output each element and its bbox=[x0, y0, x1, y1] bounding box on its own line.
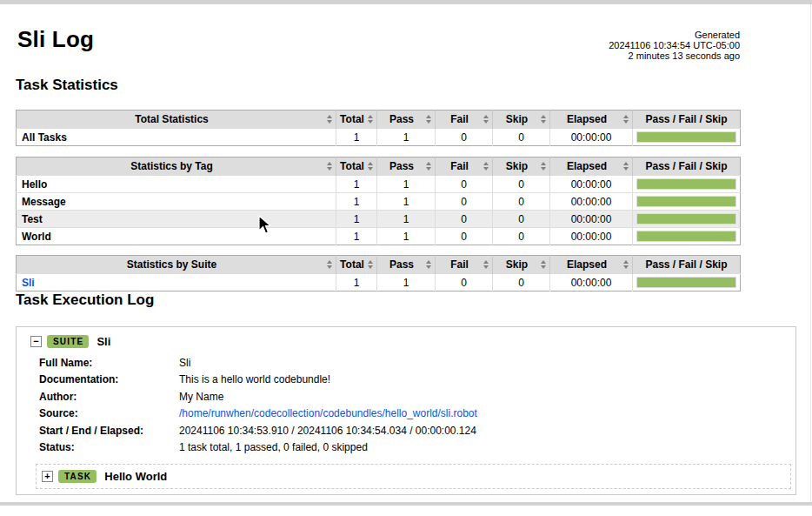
stats-name-cell: Sli bbox=[17, 274, 336, 292]
metadata-row: Status: 1 task total, 1 passed, 0 failed… bbox=[39, 439, 477, 457]
stats-name-cell: World bbox=[17, 228, 336, 245]
column-header-skip[interactable]: Skip bbox=[493, 157, 550, 176]
pass-bar bbox=[637, 231, 735, 241]
suite-link[interactable]: Sli bbox=[22, 277, 35, 289]
field-label: Full Name: bbox=[39, 354, 179, 372]
total-cell: 1 bbox=[336, 129, 377, 146]
pass-bar bbox=[637, 214, 735, 224]
task-element: + TASK Hello World bbox=[36, 464, 791, 489]
suite-metadata: Full Name: Sli Documentation: This is a … bbox=[39, 354, 477, 456]
elapsed-cell: 00:00:00 bbox=[550, 193, 633, 211]
stats-name-cell: Message bbox=[17, 193, 336, 211]
column-header-total[interactable]: Total bbox=[336, 111, 377, 129]
task-execution-log-heading: Task Execution Log bbox=[16, 292, 812, 309]
pass-cell: 1 bbox=[377, 274, 436, 292]
column-header-fail[interactable]: Fail bbox=[436, 157, 493, 176]
elapsed-cell: 00:00:00 bbox=[550, 176, 633, 193]
field-value: My Name bbox=[179, 388, 477, 405]
sort-icon[interactable] bbox=[623, 260, 629, 269]
column-header-elapsed[interactable]: Elapsed bbox=[550, 256, 633, 274]
column-header-elapsed[interactable]: Elapsed bbox=[550, 157, 633, 176]
skip-cell: 0 bbox=[493, 274, 550, 292]
stats-row-tag-test: Test 1 1 0 0 00:00:00 bbox=[17, 211, 741, 228]
graph-cell bbox=[633, 274, 741, 292]
field-value: /home/runwhen/codecollection/codebundles… bbox=[179, 405, 477, 423]
sort-icon[interactable] bbox=[483, 162, 489, 171]
skip-cell: 0 bbox=[493, 129, 550, 146]
sort-icon[interactable] bbox=[623, 162, 629, 171]
column-header-title[interactable]: Statistics by Tag bbox=[17, 157, 336, 176]
sort-icon[interactable] bbox=[541, 260, 546, 269]
column-header-graph: Pass / Fail / Skip bbox=[633, 256, 741, 274]
collapse-toggle-icon[interactable]: − bbox=[30, 336, 42, 347]
suite-badge: SUITE bbox=[47, 335, 89, 348]
pass-cell: 1 bbox=[377, 129, 436, 146]
sort-icon[interactable] bbox=[426, 162, 431, 171]
column-header-skip[interactable]: Skip bbox=[493, 256, 550, 274]
suite-header: − SUITE Sli bbox=[30, 335, 790, 348]
pass-cell: 1 bbox=[377, 211, 436, 228]
column-header-pass[interactable]: Pass bbox=[377, 256, 436, 274]
column-header-skip[interactable]: Skip bbox=[493, 111, 550, 129]
metadata-row: Full Name: Sli bbox=[39, 354, 477, 372]
total-cell: 1 bbox=[336, 228, 377, 245]
sort-icon[interactable] bbox=[368, 162, 373, 171]
window-bottom-edge bbox=[0, 502, 812, 506]
column-header-fail[interactable]: Fail bbox=[436, 256, 493, 274]
metadata-row: Start / End / Elapsed: 20241106 10:34:53… bbox=[39, 422, 477, 439]
field-label: Status: bbox=[39, 439, 179, 457]
fail-cell: 0 bbox=[436, 129, 493, 146]
column-header-elapsed[interactable]: Elapsed bbox=[550, 111, 633, 129]
skip-cell: 0 bbox=[493, 228, 550, 245]
field-value: 20241106 10:34:53.910 / 20241106 10:34:5… bbox=[179, 422, 477, 439]
fail-cell: 0 bbox=[436, 176, 493, 193]
table-title: Statistics by Tag bbox=[130, 160, 212, 172]
generated-info: Generated 20241106 10:34:54 UTC-05:00 2 … bbox=[609, 30, 740, 61]
sort-icon[interactable] bbox=[541, 115, 546, 124]
generated-label: Generated bbox=[609, 30, 740, 40]
column-header-fail[interactable]: Fail bbox=[436, 111, 493, 129]
task-name[interactable]: Hello World bbox=[104, 470, 167, 483]
graph-cell bbox=[633, 193, 741, 211]
task-statistics-heading: Task Statistics bbox=[16, 77, 812, 94]
mouse-cursor bbox=[258, 215, 274, 236]
skip-cell: 0 bbox=[493, 193, 550, 211]
window-right-edge bbox=[810, 4, 811, 502]
sort-icon[interactable] bbox=[368, 260, 373, 269]
suite-element: − SUITE Sli Full Name: Sli Documentation… bbox=[16, 326, 796, 495]
sort-icon[interactable] bbox=[541, 162, 546, 171]
sort-icon[interactable] bbox=[327, 162, 332, 171]
column-header-total[interactable]: Total bbox=[336, 157, 377, 176]
column-header-pass[interactable]: Pass bbox=[377, 157, 436, 176]
sort-icon[interactable] bbox=[426, 115, 431, 124]
pass-cell: 1 bbox=[377, 228, 436, 245]
sort-icon[interactable] bbox=[483, 260, 489, 269]
stats-row-tag-world: World 1 1 0 0 00:00:00 bbox=[17, 228, 741, 245]
sort-icon[interactable] bbox=[426, 260, 431, 269]
suite-name[interactable]: Sli bbox=[97, 335, 110, 348]
sort-icon[interactable] bbox=[368, 115, 373, 124]
field-label: Author: bbox=[39, 388, 179, 405]
field-label: Source: bbox=[39, 405, 179, 423]
table-header-row: Statistics by Suite Total Pass Fail Skip… bbox=[17, 256, 741, 274]
column-header-title[interactable]: Statistics by Suite bbox=[17, 256, 336, 274]
metadata-row: Author: My Name bbox=[39, 388, 477, 405]
fail-cell: 0 bbox=[436, 211, 493, 228]
field-value: This is a hello world codebundle! bbox=[179, 372, 477, 389]
pass-bar bbox=[637, 132, 735, 142]
column-header-total[interactable]: Total bbox=[336, 256, 377, 274]
sort-icon[interactable] bbox=[327, 115, 332, 124]
elapsed-cell: 00:00:00 bbox=[550, 211, 633, 228]
metadata-row: Documentation: This is a hello world cod… bbox=[39, 372, 477, 389]
source-link[interactable]: /home/runwhen/codecollection/codebundles… bbox=[179, 407, 477, 419]
sort-icon[interactable] bbox=[623, 115, 629, 124]
field-value: Sli bbox=[179, 354, 477, 372]
fail-cell: 0 bbox=[436, 193, 493, 211]
sort-icon[interactable] bbox=[327, 260, 332, 269]
sort-icon[interactable] bbox=[483, 115, 489, 124]
field-value: 1 task total, 1 passed, 0 failed, 0 skip… bbox=[179, 439, 477, 457]
expand-toggle-icon[interactable]: + bbox=[42, 471, 53, 482]
column-header-pass[interactable]: Pass bbox=[377, 111, 436, 129]
stats-row-all-tasks: All Tasks 1 1 0 0 00:00:00 bbox=[17, 129, 741, 146]
column-header-title[interactable]: Total Statistics bbox=[17, 111, 336, 129]
